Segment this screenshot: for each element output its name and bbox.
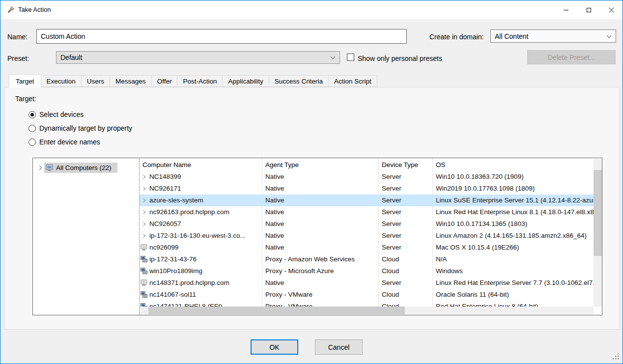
scroll-down-arrow[interactable] [594, 298, 602, 307]
tab-users[interactable]: Users [81, 75, 110, 87]
device-row-ip-172-31-43-76[interactable]: ip-172-31-43-76Proxy - Amazon Web Servic… [140, 253, 594, 265]
cell-computer-name: azure-sles-system [140, 195, 262, 206]
delete-preset-button[interactable]: Delete Preset... [527, 50, 616, 64]
cell-os: Win2019 10.0.17763.1098 (1809) [432, 183, 594, 195]
maximize-icon [587, 8, 591, 12]
device-picker: All Computers (22) Computer NameAgent Ty… [32, 158, 602, 315]
device-row-nc148399[interactable]: NC148399NativeServerWin10 10.0.18363.720… [140, 171, 594, 183]
cell-device-type: Server [378, 218, 432, 230]
device-row-nc141067-sol11[interactable]: nc141067-sol11Proxy - VMwareCloudOracle … [140, 289, 594, 301]
ok-button[interactable]: OK [251, 339, 298, 355]
expand-chevron-icon[interactable] [140, 187, 149, 190]
device-row-azure-sles-system[interactable]: azure-sles-systemNativeServerLinux SuSE … [140, 195, 594, 206]
cell-agent-type: Native [262, 277, 378, 289]
vertical-scrollbar-thumb[interactable] [594, 170, 602, 256]
cell-computer-name: NC926057 [140, 218, 262, 230]
column-header-device-type[interactable]: Device Type [378, 159, 432, 171]
cell-computer-name: nc1474121-RHEL8 (EFI) [140, 301, 262, 307]
resize-grip[interactable] [612, 353, 619, 360]
computer-tree: All Computers (22) [33, 158, 140, 315]
tab-action-script[interactable]: Action Script [328, 75, 377, 87]
minimize-button[interactable] [555, 0, 577, 19]
close-icon [609, 7, 614, 13]
tree-item-selection[interactable]: All Computers (22) [44, 163, 117, 173]
horizontal-scrollbar-thumb[interactable] [148, 307, 405, 314]
expand-chevron-icon[interactable] [140, 211, 149, 214]
vertical-scrollbar[interactable] [594, 159, 602, 307]
device-row-ip-172-31-16-130-eu-west-3-co[interactable]: ip-172-31-16-130.eu-west-3.co...NativeSe… [140, 230, 594, 242]
cell-agent-type: Proxy - Microsoft Azure [262, 265, 378, 277]
cell-computer-name: nc148371.prod.hclpnp.com [140, 277, 262, 289]
cell-os: Win10 10.0.18363.720 (1909) [432, 171, 594, 183]
device-row-win10pro1809img[interactable]: win10Pro1809imgProxy - Microsoft AzureCl… [140, 265, 594, 277]
tab-target[interactable]: Target [9, 74, 41, 87]
expand-chevron-icon[interactable] [140, 223, 149, 225]
radio-select-devices[interactable]: Select devices [28, 111, 132, 118]
maximize-button[interactable] [577, 0, 600, 19]
computer-name-text: NC926171 [149, 183, 181, 195]
tab-bar: TargetExecutionUsersMessagesOfferPost-Ac… [9, 74, 377, 87]
tab-execution[interactable]: Execution [41, 75, 82, 87]
cell-agent-type: Native [262, 171, 378, 183]
device-row-nc926171[interactable]: NC926171NativeServerWin2019 10.0.17763.1… [140, 183, 594, 195]
cell-agent-type: Native [262, 242, 378, 253]
column-header-computer-name[interactable]: Computer Name [140, 159, 262, 171]
tab-success-criteria[interactable]: Success Criteria [269, 75, 329, 87]
tree-item-all-computers[interactable]: All Computers (22) [37, 162, 117, 173]
radio-button-icon[interactable] [28, 125, 36, 132]
cell-computer-name: ip-172-31-16-130.eu-west-3.co... [140, 230, 262, 242]
expand-chevron-icon[interactable] [140, 175, 149, 178]
tab-post-action[interactable]: Post-Action [177, 75, 223, 87]
computer-name-text: NC148399 [149, 171, 181, 183]
domain-dropdown[interactable]: All Content [490, 29, 616, 43]
chevron-up-icon [595, 162, 599, 166]
radio-button-icon[interactable] [28, 139, 36, 146]
scroll-right-arrow[interactable] [586, 307, 594, 314]
horizontal-scrollbar[interactable] [140, 307, 594, 314]
scroll-up-arrow[interactable] [594, 159, 602, 168]
close-button[interactable] [600, 0, 623, 19]
device-row-nc926057[interactable]: NC926057NativeServerWin10 10.0.17134.136… [140, 218, 594, 230]
tree-item-label: All Computers (22) [56, 164, 112, 171]
computer-name-text: win10Pro1809img [149, 265, 202, 277]
show-personal-presets-checkbox[interactable] [347, 54, 354, 61]
device-row-nc148371-prod-hclpnp-com[interactable]: nc148371.prod.hclpnp.comNativeServerLinu… [140, 277, 594, 289]
cell-device-type: Server [378, 171, 432, 183]
cell-os: Mac OS X 10.15.4 (19E266) [432, 242, 594, 253]
title-bar[interactable]: Take Action [0, 0, 623, 19]
expand-chevron-icon[interactable] [37, 165, 42, 170]
preset-dropdown[interactable]: Default [56, 51, 340, 64]
name-label: Name: [7, 33, 28, 41]
device-row-nc1474121-rhel8-efi[interactable]: nc1474121-RHEL8 (EFI)Proxy - VMwareCloud… [140, 301, 594, 307]
radio-dynamically-target-by-property[interactable]: Dynamically target by property [28, 124, 132, 132]
expand-chevron-icon[interactable] [140, 199, 149, 202]
cell-device-type: Server [378, 206, 432, 218]
tab-messages[interactable]: Messages [110, 75, 152, 87]
cell-os: Windows [432, 265, 594, 277]
computer-name-text: nc148371.prod.hclpnp.com [149, 277, 229, 289]
cell-os: Linux SuSE Enterprise Server 15.1 (4.12.… [432, 195, 594, 206]
tab-applicability[interactable]: Applicability [222, 75, 269, 87]
name-input[interactable] [36, 29, 407, 44]
chevron-right-icon [587, 308, 591, 312]
cancel-button[interactable]: Cancel [315, 339, 363, 355]
computer-name-text: nc926099 [149, 242, 178, 253]
tab-offer[interactable]: Offer [151, 75, 178, 87]
radio-label: Dynamically target by property [39, 124, 132, 132]
device-row-nc926163-prod-hclpnp-com[interactable]: nc926163.prod.hclpnp.comNativeServerLinu… [140, 206, 594, 218]
device-row-nc926099[interactable]: nc926099NativeServerMac OS X 10.15.4 (19… [140, 242, 594, 253]
column-header-os[interactable]: OS [432, 159, 594, 171]
expand-chevron-icon[interactable] [140, 234, 149, 237]
chevron-down-icon [331, 55, 336, 59]
cell-device-type: Cloud [378, 301, 432, 307]
cell-computer-name: ip-172-31-43-76 [140, 253, 262, 265]
radio-enter-device-names[interactable]: Enter device names [28, 138, 132, 146]
cell-device-type: Server [378, 195, 432, 206]
cell-device-type: Server [378, 277, 432, 289]
cell-computer-name: win10Pro1809img [140, 265, 262, 277]
column-header-agent-type[interactable]: Agent Type [262, 159, 378, 171]
scroll-left-arrow[interactable] [140, 307, 147, 314]
domain-dropdown-value: All Content [491, 32, 607, 40]
radio-button-icon[interactable] [28, 111, 36, 118]
cell-agent-type: Native [262, 218, 378, 230]
